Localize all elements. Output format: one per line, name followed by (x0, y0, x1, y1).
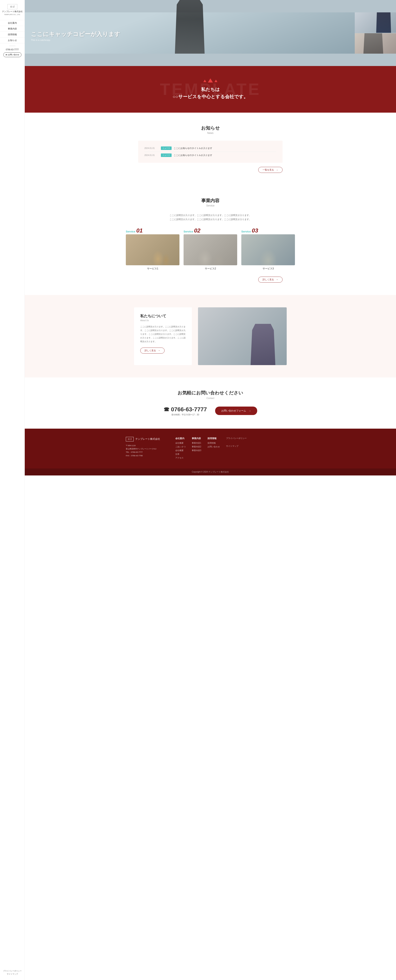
footer-link-company-5[interactable]: アクセス (175, 457, 186, 459)
footer-logo: ロゴ (126, 437, 134, 441)
footer-privacy-link[interactable]: プライバシーポリシー (226, 437, 247, 440)
sidebar-item-service[interactable]: 事業内容 (0, 26, 25, 32)
about-body: ここに説明文が入ります。ここに説明文が入ります。ここに説明文が入ります。ここに説… (140, 325, 186, 344)
about-more-button[interactable]: 詳しく見る (140, 348, 165, 353)
service-2-label: Service 02 (184, 228, 237, 234)
contact-cta-title: お気軽にお問い合わせください (33, 390, 388, 396)
hero-sub-images (355, 13, 396, 54)
service-2-image[interactable] (184, 234, 237, 265)
about-subtitle-en: About Us (140, 319, 186, 321)
contact-form-button[interactable]: お問い合わせフォーム (215, 407, 257, 415)
service-section: 事業内容 Service ここに説明文が入ります。ここに説明文が入ります。ここに… (25, 185, 396, 295)
arrow-icon (275, 278, 278, 281)
footer-company-info: 〒939-1119 富山県高岡市テンプレートパーク0-2 TEL：0766-63… (126, 444, 167, 457)
hero-main-image: ここにキャッチコピーが入ります This is a catchcopy. (25, 13, 355, 54)
news-date-2: 2024.01.01 (145, 154, 159, 156)
main-content: ここにキャッチコピーが入ります This is a catchcopy. TEM… (25, 0, 396, 476)
sidebar-contact-button[interactable]: お問い合わせ (3, 52, 21, 57)
footer-logo-row: ロゴ テンプレート株式会社 (126, 437, 167, 441)
service-3-img-placeholder (241, 234, 295, 265)
news-title-1: ここにお知らせのタイトルが入ります (174, 147, 212, 150)
contact-cta-section: お気軽にお問い合わせください Contact 0766-63-7777 受付時間… (25, 377, 396, 429)
service-title-en: Service (33, 204, 388, 207)
hero-subcopy: This is a catchcopy. (31, 39, 120, 41)
news-section: お知らせ News 2024.01.01 ニュース ここにお知らせのタイトルが入… (25, 113, 396, 185)
cta-phone-hours: 受付時間：平日 9:30〜17：30 (164, 414, 207, 416)
hero-section: ここにキャッチコピーが入ります This is a catchcopy. (25, 0, 396, 66)
contact-cta-buttons: 0766-63-7777 受付時間：平日 9:30〜17：30 お問い合わせフォ… (33, 406, 388, 416)
service-3-label: Service 03 (241, 228, 295, 234)
sidebar-phone: 0766-63-7777 (6, 48, 19, 51)
service-more-button-container: 詳しく見る (138, 277, 283, 283)
about-section: 私たちについて About Us ここに説明文が入ります。ここに説明文が入ります… (25, 295, 396, 377)
footer-company: ロゴ テンプレート株式会社 〒939-1119 富山県高岡市テンプレートパーク0… (126, 437, 167, 460)
footer-col-company-heading: 会社案内 (175, 437, 186, 440)
service-cards: Service 01 サービス1 Service 02 サービス2 (126, 228, 295, 270)
footer-col-recruit-heading: 採用情報 (207, 437, 220, 440)
hero-right-bottom-image (355, 33, 396, 54)
sidebar: ロゴ テンプレート株式会社 TEMPLATE CO., LTD. 会社案内 事業… (0, 0, 25, 476)
footer-link-company-2[interactable]: ごあいさつ (175, 445, 186, 448)
cta-phone-number: 0766-63-7777 (164, 406, 207, 414)
about-inner: 私たちについて About Us ここに説明文が入ります。ここに説明文が入ります… (126, 307, 295, 365)
sidebar-logo: ロゴ (8, 4, 17, 9)
service-1-image[interactable] (126, 234, 180, 265)
sidebar-divider (9, 46, 16, 46)
footer-link-company-4[interactable]: 沿革 (175, 453, 186, 456)
news-badge-1: ニュース (161, 146, 172, 150)
news-title-2: ここにお知らせのタイトルが入ります (174, 154, 212, 157)
service-3-image[interactable] (241, 234, 295, 265)
red-section-heading: 私たちは ○○サービスを中心とする会社です。 (29, 86, 392, 100)
news-item-2: 2024.01.01 ニュース ここにお知らせのタイトルが入ります (145, 152, 277, 159)
mail-icon (6, 54, 7, 56)
news-section-title: お知らせ News (33, 125, 388, 135)
service-section-title: 事業内容 Service (33, 197, 388, 207)
service-2-name: サービス2 (184, 267, 237, 270)
news-badge-2: ニュース (161, 153, 172, 157)
footer-sitemap-link[interactable]: サイトマップ (226, 445, 247, 448)
sidebar-nav: 会社案内 事業内容 採用情報 お知らせ (0, 20, 25, 43)
sidebar-item-recruit[interactable]: 採用情報 (0, 32, 25, 38)
service-card-1: Service 01 サービス1 (126, 228, 180, 270)
footer-link-recruit-1[interactable]: 採用情報 (207, 442, 220, 444)
sidebar-company-name: テンプレート株式会社 TEMPLATE CO., LTD. (2, 10, 23, 16)
service-1-img-placeholder (126, 234, 180, 265)
footer-company-name: テンプレート株式会社 (135, 437, 160, 441)
footer: ロゴ テンプレート株式会社 〒939-1119 富山県高岡市テンプレートパーク0… (25, 429, 396, 468)
phone-icon (164, 406, 169, 414)
footer-link-company-3[interactable]: 会社概要 (175, 449, 186, 452)
service-card-3: Service 03 サービス3 (241, 228, 295, 270)
hero-right-top-image (355, 13, 396, 33)
footer-nav-cols: 会社案内 会社概要 ごあいさつ 会社概要 沿革 アクセス 事業内容 事業内容1 … (175, 437, 295, 460)
arrow-icon (275, 169, 278, 171)
footer-link-company-1[interactable]: 会社概要 (175, 442, 186, 444)
footer-copyright: Copyright © 2024 テンプレート株式会社 (25, 468, 396, 476)
news-box: 2024.01.01 ニュース ここにお知らせのタイトルが入ります 2024.0… (138, 141, 283, 163)
service-2-img-placeholder (184, 234, 237, 265)
footer-inner: ロゴ テンプレート株式会社 〒939-1119 富山県高岡市テンプレートパーク0… (126, 437, 295, 460)
phone-cta: 0766-63-7777 受付時間：平日 9:30〜17：30 (164, 406, 207, 416)
hero-text: ここにキャッチコピーが入ります This is a catchcopy. (31, 30, 120, 41)
service-3-name: サービス3 (241, 267, 295, 270)
news-more-button[interactable]: 一覧を見る (258, 167, 283, 173)
service-title: 事業内容 (33, 197, 388, 204)
service-1-name: サービス1 (126, 267, 180, 270)
footer-col-company: 会社案内 会社概要 ごあいさつ 会社概要 沿革 アクセス (175, 437, 186, 460)
sidebar-item-news[interactable]: お知らせ (0, 38, 25, 43)
red-intro-section: TEMPLATE 私たちは ○○サービスを中心とする会社です。 (25, 66, 396, 113)
footer-col-recruit: 採用情報 採用情報 お問い合わせ (207, 437, 220, 460)
service-description: ここに説明文が入ります。ここに説明文が入ります。ここに説明文が入ります。 ここに… (33, 213, 388, 221)
about-heading: 私たちについて (140, 313, 186, 318)
footer-link-recruit-2[interactable]: お問い合わせ (207, 445, 220, 448)
arrow-icon (157, 349, 160, 352)
sidebar-item-about[interactable]: 会社案内 (0, 20, 25, 26)
service-card-2: Service 02 サービス2 (184, 228, 237, 270)
service-1-label: Service 01 (126, 228, 180, 234)
footer-link-service-2[interactable]: 事業内容2 (192, 445, 201, 448)
hero-catchcopy: ここにキャッチコピーが入ります (31, 30, 120, 38)
about-text-box: 私たちについて About Us ここに説明文が入ります。ここに説明文が入ります… (134, 307, 192, 365)
service-more-button[interactable]: 詳しく見る (258, 277, 283, 283)
footer-link-service-1[interactable]: 事業内容1 (192, 442, 201, 444)
footer-link-service-3[interactable]: 事業内容3 (192, 449, 201, 452)
news-title: お知らせ (33, 125, 388, 131)
